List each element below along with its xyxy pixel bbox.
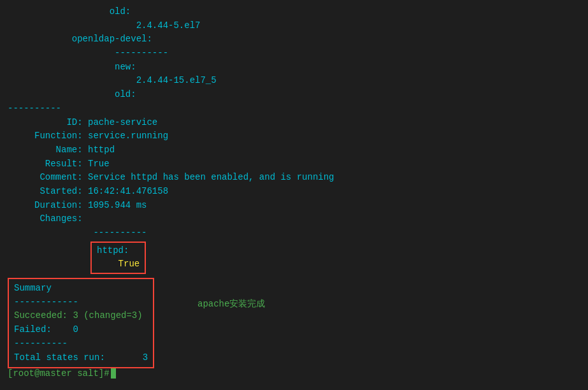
version-1: 2.4.44-5.el7 (8, 19, 580, 33)
name-line: Name: httpd (8, 143, 580, 157)
dashes-2: ---------- (8, 226, 580, 240)
separator: ---------- (8, 102, 580, 116)
failed-line: Failed: 0 (14, 323, 148, 337)
summary-header: Summary (14, 282, 148, 296)
openldap-devel: openldap-devel: (8, 32, 580, 47)
id-line: ID: pache-service (8, 116, 580, 130)
total-line: Total states run: 3 (14, 351, 148, 365)
summary-dashes: ------------ (14, 296, 148, 310)
prompt-line: [root@master salt]# (8, 368, 580, 379)
httpd-box-line2: True (97, 257, 140, 271)
started-line: Started: 16:42:41.476158 (8, 185, 580, 199)
terminal: old: 2.4.44-5.el7 openldap-devel: ------… (0, 0, 588, 390)
cursor (111, 368, 116, 379)
succeeded-line: Succeeded: 3 (changed=3) (14, 309, 148, 323)
function-line: Function: service.running (8, 129, 580, 143)
dashes-1: ---------- (8, 47, 580, 61)
result-line: Result: True (8, 157, 580, 171)
summary-box: Summary ------------ Succeeded: 3 (chang… (8, 278, 154, 368)
old-version-prefix: old: (8, 5, 580, 19)
httpd-box-line1: httpd: (97, 244, 140, 258)
new-label: new: (8, 61, 580, 75)
apache-annotation: apache安装完成 (197, 298, 461, 310)
summary-dashes2: ---------- (14, 337, 148, 351)
changes-line: Changes: (8, 212, 580, 226)
httpd-box: httpd: True (90, 242, 146, 274)
prompt-text: [root@master salt]# (8, 368, 110, 379)
comment-line: Comment: Service httpd has been enabled,… (8, 171, 580, 185)
version-new: 2.4.44-15.el7_5 (8, 74, 580, 88)
duration-line: Duration: 1095.944 ms (8, 199, 580, 213)
old-label: old: (8, 88, 580, 102)
